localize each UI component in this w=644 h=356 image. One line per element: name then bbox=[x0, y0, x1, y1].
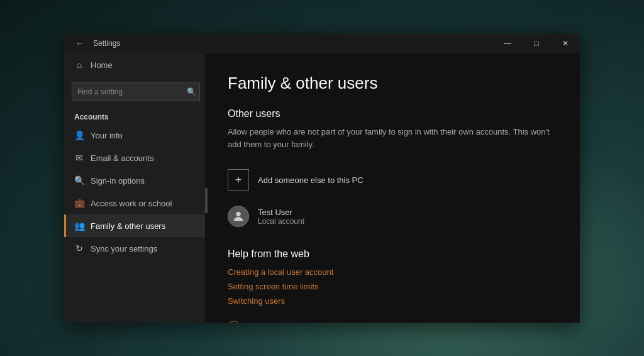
user-avatar bbox=[228, 206, 249, 227]
sidebar: ⌂ Home 🔍 Accounts 👤 Your info ✉ Email & … bbox=[64, 53, 208, 323]
avatar-icon bbox=[231, 209, 245, 223]
help-section: Help from the web Creating a local user … bbox=[228, 248, 555, 306]
title-bar: ← Settings — □ ✕ bbox=[64, 33, 580, 53]
sidebar-item-label: Family & other users bbox=[91, 221, 165, 231]
user-name: Test User bbox=[258, 208, 304, 217]
title-bar-left: ← Settings bbox=[72, 37, 120, 50]
user-item-test-user[interactable]: Test User Local account bbox=[228, 199, 555, 233]
sidebar-item-sync-settings[interactable]: ↻ Sync your settings bbox=[64, 237, 208, 260]
settings-window: ← Settings — □ ✕ ⌂ Home 🔍 Accounts bbox=[64, 33, 580, 323]
maximize-button[interactable]: □ bbox=[522, 33, 551, 53]
user-type: Local account bbox=[258, 217, 304, 226]
help-link-2[interactable]: Switching users bbox=[228, 296, 555, 306]
sidebar-item-label: Your info bbox=[91, 131, 123, 140]
sidebar-item-label: Access work or school bbox=[91, 199, 172, 208]
help-link-1[interactable]: Setting screen time limits bbox=[228, 282, 555, 291]
get-help-icon: ? bbox=[228, 321, 240, 323]
sidebar-home-label: Home bbox=[91, 60, 113, 70]
accounts-section-label: Accounts bbox=[64, 108, 208, 124]
minimize-button[interactable]: — bbox=[493, 33, 522, 53]
user-info: Test User Local account bbox=[258, 208, 304, 226]
sidebar-item-family-users[interactable]: 👥 Family & other users bbox=[64, 214, 208, 237]
family-icon: 👥 bbox=[74, 221, 84, 231]
home-icon: ⌂ bbox=[74, 60, 84, 70]
email-icon: ✉ bbox=[74, 153, 84, 163]
window-title: Settings bbox=[93, 39, 120, 48]
back-button[interactable]: ← bbox=[72, 37, 88, 50]
sidebar-item-access-work[interactable]: 💼 Access work or school bbox=[64, 192, 208, 214]
sidebar-item-your-info[interactable]: 👤 Your info bbox=[64, 124, 208, 147]
sign-in-icon: 🔍 bbox=[74, 175, 84, 186]
page-title: Family & other users bbox=[228, 74, 555, 93]
sidebar-search: 🔍 bbox=[72, 82, 200, 101]
close-button[interactable]: ✕ bbox=[551, 33, 580, 53]
main-content: Family & other users Other users Allow p… bbox=[208, 53, 580, 323]
other-users-description: Allow people who are not part of your fa… bbox=[228, 126, 555, 150]
help-title: Help from the web bbox=[228, 248, 555, 260]
sidebar-item-home[interactable]: ⌂ Home bbox=[64, 53, 208, 76]
sidebar-item-email-accounts[interactable]: ✉ Email & accounts bbox=[64, 147, 208, 169]
get-help-button[interactable]: ? Get help bbox=[228, 321, 555, 323]
your-info-icon: 👤 bbox=[74, 130, 84, 140]
work-icon: 💼 bbox=[74, 198, 84, 208]
window-body: ⌂ Home 🔍 Accounts 👤 Your info ✉ Email & … bbox=[64, 53, 580, 323]
sync-icon: ↻ bbox=[74, 243, 84, 253]
other-users-section-title: Other users bbox=[228, 108, 555, 120]
help-link-0[interactable]: Creating a local user account bbox=[228, 267, 555, 277]
svg-point-0 bbox=[236, 212, 240, 216]
window-controls: — □ ✕ bbox=[493, 33, 580, 53]
add-user-button[interactable]: + Add someone else to this PC bbox=[228, 163, 555, 197]
search-input[interactable] bbox=[72, 82, 200, 101]
add-user-label: Add someone else to this PC bbox=[258, 175, 364, 185]
search-icon: 🔍 bbox=[187, 87, 196, 96]
sidebar-item-label: Email & accounts bbox=[91, 153, 153, 163]
sidebar-item-label: Sync your settings bbox=[91, 244, 157, 253]
sidebar-item-sign-in[interactable]: 🔍 Sign-in options bbox=[64, 169, 208, 192]
get-help-label: Get help bbox=[247, 323, 277, 323]
plus-icon: + bbox=[228, 169, 249, 191]
sidebar-item-label: Sign-in options bbox=[91, 176, 145, 186]
